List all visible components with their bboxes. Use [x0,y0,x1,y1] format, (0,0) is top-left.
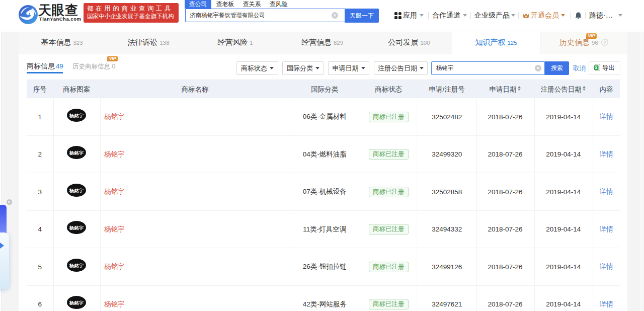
svg-text:杨銘宇: 杨銘宇 [69,113,84,118]
svg-text:?: ? [604,40,606,45]
svg-text:杨銘宇: 杨銘宇 [69,188,84,193]
svg-text:杨銘宇: 杨銘宇 [69,150,84,156]
svg-text:杨銘宇: 杨銘宇 [69,225,84,230]
svg-text:杨銘宇: 杨銘宇 [69,300,84,305]
svg-text:杨銘宇: 杨銘宇 [69,263,84,268]
